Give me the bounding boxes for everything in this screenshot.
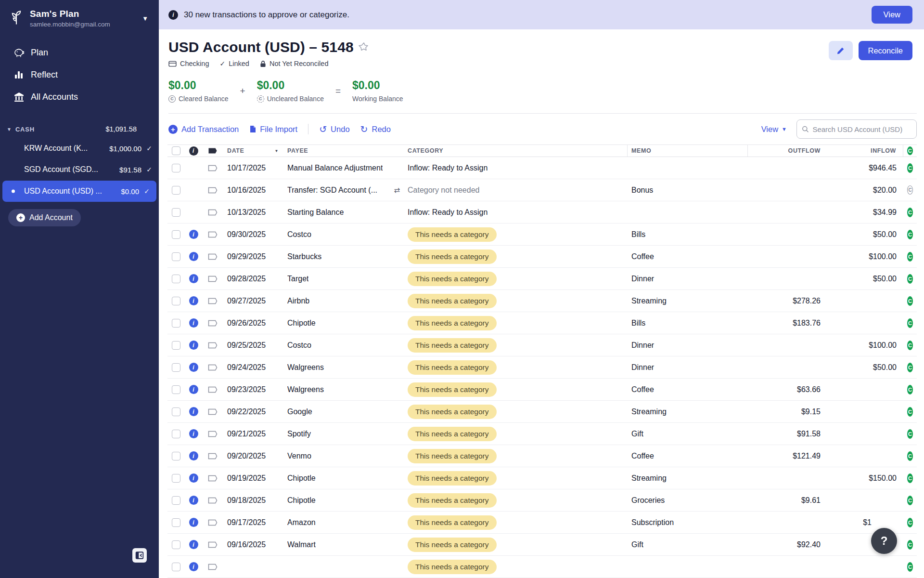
search-input[interactable] (812, 125, 911, 133)
reconcile-button[interactable]: Reconcile (859, 41, 912, 60)
needs-category-badge[interactable]: This needs a category (408, 338, 497, 353)
table-row[interactable]: i09/25/2025CostcoThis needs a categoryDi… (167, 334, 917, 356)
cleared-icon[interactable]: C (907, 451, 913, 461)
cleared-icon[interactable]: C (907, 341, 913, 350)
info-icon[interactable]: i (189, 363, 198, 372)
sidebar-account-0[interactable]: KRW Account (K...$1,000.00✓ (0, 138, 159, 159)
plan-switcher[interactable]: Sam's Plan samlee.mobbin@gmail.com ▼ (0, 0, 159, 35)
row-checkbox[interactable] (172, 496, 180, 505)
info-icon[interactable]: i (189, 407, 198, 416)
row-checkbox[interactable] (172, 540, 180, 549)
needs-category-badge[interactable]: This needs a category (408, 471, 497, 486)
cleared-icon[interactable]: C (907, 407, 913, 417)
info-icon[interactable]: i (189, 473, 198, 483)
needs-category-badge[interactable]: This needs a category (408, 493, 497, 508)
info-icon[interactable]: i (189, 562, 198, 571)
table-row[interactable]: i09/21/2025SpotifyThis needs a categoryG… (167, 423, 917, 445)
redo-button[interactable]: ↻ Redo (360, 125, 391, 134)
column-header-inflow[interactable]: INFLOW (827, 145, 903, 157)
table-row[interactable]: i09/26/2025ChipotleThis needs a category… (167, 312, 917, 334)
info-icon[interactable]: i (189, 518, 198, 527)
info-icon[interactable]: i (189, 496, 198, 505)
add-account-button[interactable]: + Add Account (8, 209, 81, 226)
row-checkbox[interactable] (172, 452, 180, 460)
needs-category-badge[interactable]: This needs a category (408, 382, 497, 397)
cleared-icon[interactable]: C (907, 363, 913, 372)
table-row[interactable]: i09/19/2025ChipotleThis needs a category… (167, 467, 917, 489)
needs-category-badge[interactable]: This needs a category (408, 427, 497, 441)
cleared-icon[interactable]: C (907, 252, 913, 262)
info-icon[interactable]: i (189, 296, 198, 305)
needs-category-badge[interactable]: This needs a category (408, 538, 497, 552)
row-checkbox[interactable] (172, 518, 180, 527)
needs-category-badge[interactable]: This needs a category (408, 227, 497, 242)
info-icon[interactable]: i (189, 540, 198, 549)
row-checkbox[interactable] (172, 164, 180, 172)
table-row[interactable]: i09/23/2025WalgreensThis needs a categor… (167, 379, 917, 401)
cleared-icon[interactable]: C (907, 185, 913, 195)
table-row[interactable]: 10/13/2025Starting BalanceInflow: Ready … (167, 201, 917, 223)
info-icon[interactable]: i (189, 252, 198, 261)
favorite-star-icon[interactable] (359, 41, 369, 54)
sidebar-item-plan[interactable]: Plan (0, 41, 159, 64)
column-header-outflow[interactable]: OUTFLOW (748, 145, 827, 157)
file-import-button[interactable]: File Import (249, 125, 297, 134)
row-checkbox[interactable] (172, 275, 180, 283)
column-header-memo[interactable]: MEMO (628, 145, 748, 157)
cleared-icon[interactable]: C (907, 163, 913, 173)
sidebar-account-1[interactable]: SGD Account (SGD...$91.58✓ (0, 159, 159, 180)
row-checkbox[interactable] (172, 563, 180, 571)
table-row[interactable]: i09/29/2025StarbucksThis needs a categor… (167, 246, 917, 268)
cleared-icon[interactable]: C (907, 429, 913, 439)
table-row[interactable]: 10/17/2025Manual Balance AdjustmentInflo… (167, 157, 917, 179)
cleared-icon[interactable]: C (907, 230, 913, 239)
help-button[interactable]: ? (871, 528, 897, 554)
sidebar-section-cash[interactable]: ▼ CASH $1,091.58 (0, 120, 159, 138)
cleared-icon[interactable]: C (907, 496, 913, 505)
needs-category-badge[interactable]: This needs a category (408, 515, 497, 530)
table-row[interactable]: i09/22/2025GoogleThis needs a categorySt… (167, 401, 917, 423)
needs-category-badge[interactable]: This needs a category (408, 405, 497, 419)
row-checkbox[interactable] (172, 297, 180, 305)
row-checkbox[interactable] (172, 363, 180, 372)
table-row[interactable]: i09/28/2025TargetThis needs a categoryDi… (167, 268, 917, 290)
cleared-icon[interactable]: C (907, 562, 913, 572)
table-row[interactable]: 10/16/2025Transfer: SGD Account (...⇄Cat… (167, 179, 917, 201)
row-checkbox[interactable] (172, 319, 180, 328)
row-checkbox[interactable] (172, 385, 180, 394)
cleared-icon[interactable]: C (907, 208, 913, 217)
info-icon[interactable]: i (189, 429, 198, 438)
needs-category-badge[interactable]: This needs a category (408, 449, 497, 463)
row-checkbox[interactable] (172, 230, 180, 239)
row-checkbox[interactable] (172, 407, 180, 416)
table-row[interactable]: i09/24/2025WalgreensThis needs a categor… (167, 356, 917, 379)
cleared-icon[interactable]: C (907, 473, 913, 483)
cleared-icon[interactable]: C (907, 385, 913, 394)
row-checkbox[interactable] (172, 208, 180, 217)
row-checkbox[interactable] (172, 186, 180, 195)
cleared-icon[interactable]: C (907, 318, 913, 328)
column-header-date[interactable]: DATE▼ (223, 145, 283, 157)
needs-category-badge[interactable]: This needs a category (408, 360, 497, 375)
needs-category-badge[interactable]: This needs a category (408, 250, 497, 264)
sidebar-item-all-accounts[interactable]: All Accounts (0, 86, 159, 108)
info-icon[interactable]: i (189, 451, 198, 460)
row-checkbox[interactable] (172, 252, 180, 261)
table-row[interactable]: i09/27/2025AirbnbThis needs a categorySt… (167, 290, 917, 312)
sidebar-item-reflect[interactable]: Reflect (0, 64, 159, 86)
info-icon[interactable]: i (189, 274, 198, 283)
info-icon[interactable]: i (189, 230, 198, 239)
column-header-payee[interactable]: PAYEE (283, 145, 404, 157)
add-transaction-button[interactable]: + Add Transaction (168, 125, 239, 134)
edit-account-button[interactable] (829, 41, 853, 60)
table-row[interactable]: i09/16/2025WalmartThis needs a categoryG… (167, 534, 917, 556)
info-icon[interactable]: i (189, 341, 198, 350)
row-checkbox[interactable] (172, 341, 180, 350)
collapse-sidebar-button[interactable] (132, 548, 147, 563)
column-header-category[interactable]: CATEGORY (404, 145, 628, 157)
undo-button[interactable]: ↺ Undo (319, 125, 349, 134)
table-row[interactable]: i09/18/2025ChipotleThis needs a category… (167, 489, 917, 512)
cleared-icon[interactable]: C (907, 274, 913, 284)
needs-category-badge[interactable]: This needs a category (408, 294, 497, 308)
info-icon[interactable]: i (189, 318, 198, 328)
